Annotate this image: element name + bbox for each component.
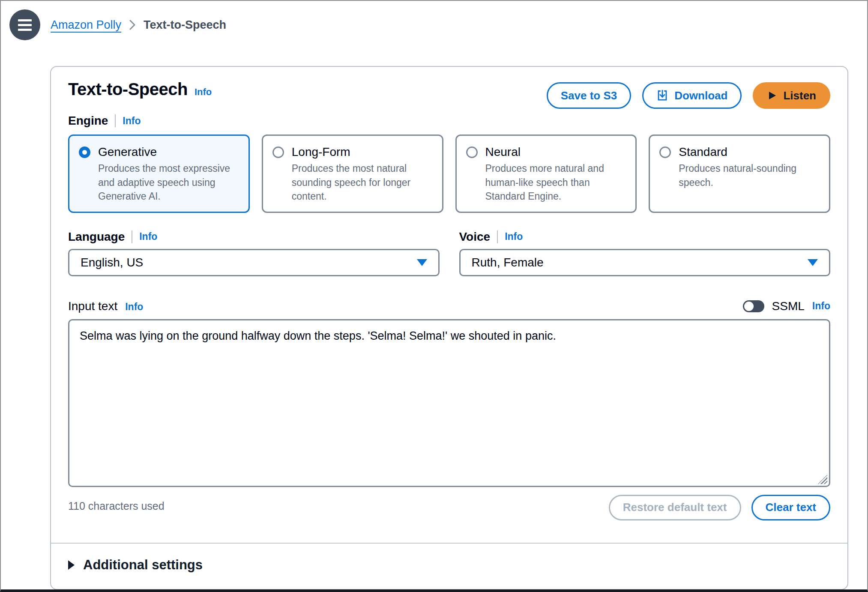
save-to-s3-label: Save to S3 <box>561 89 617 102</box>
radio-unchecked-icon <box>466 147 478 158</box>
voice-select[interactable]: Ruth, Female <box>459 249 831 276</box>
label-divider <box>497 230 498 243</box>
clear-text-label: Clear text <box>766 501 817 514</box>
engine-option-name: Long-Form <box>292 144 433 160</box>
label-divider <box>132 230 132 243</box>
hamburger-icon <box>18 19 32 31</box>
ssml-info-link[interactable]: Info <box>812 300 830 312</box>
engine-option-neural[interactable]: Neural Produces more natural and human-l… <box>455 135 637 213</box>
engine-label-row: Engine Info <box>68 114 830 128</box>
toggle-knob <box>744 302 754 311</box>
action-buttons: Save to S3 Download <box>547 82 830 109</box>
app-window: Amazon Polly Text-to-Speech Text-to-Spee… <box>0 0 868 592</box>
voice-label: Voice <box>459 230 491 244</box>
download-icon <box>656 90 668 102</box>
chevron-down-icon <box>808 259 818 266</box>
additional-settings-toggle[interactable]: Additional settings <box>51 543 847 589</box>
menu-button[interactable] <box>9 9 40 40</box>
input-text-container: Selma was lying on the ground halfway do… <box>68 319 830 487</box>
breadcrumb-link-amazon-polly[interactable]: Amazon Polly <box>51 18 121 32</box>
radio-unchecked-icon <box>272 147 284 158</box>
additional-settings-label: Additional settings <box>83 557 203 573</box>
engine-option-standard[interactable]: Standard Produces natural-sounding speec… <box>649 135 830 213</box>
panel-header: Text-to-Speech Info Save to S3 <box>68 80 830 109</box>
download-label: Download <box>674 89 727 102</box>
page-title: Text-to-Speech <box>68 80 188 99</box>
engine-option-name: Neural <box>485 144 626 160</box>
title-info-link[interactable]: Info <box>195 87 212 98</box>
engine-option-description: Produces the most natural sounding speec… <box>292 161 433 203</box>
text-to-speech-panel: Text-to-Speech Info Save to S3 <box>50 66 848 590</box>
voice-selected-value: Ruth, Female <box>472 256 544 269</box>
engine-option-description: Produces the most expressive and adaptiv… <box>98 161 239 203</box>
chevron-down-icon <box>417 259 427 266</box>
radio-checked-icon <box>79 147 90 158</box>
listen-label: Listen <box>783 89 816 102</box>
engine-option-name: Generative <box>98 144 239 160</box>
input-text-info-link[interactable]: Info <box>125 301 143 313</box>
chevron-right-icon <box>129 19 136 30</box>
top-navigation: Amazon Polly Text-to-Speech <box>1 1 867 42</box>
language-label-row: Language Info <box>68 230 440 244</box>
language-select[interactable]: English, US <box>68 249 440 276</box>
listen-button[interactable]: Listen <box>753 82 830 109</box>
restore-default-text-label: Restore default text <box>623 501 727 514</box>
language-info-link[interactable]: Info <box>139 231 157 242</box>
download-button[interactable]: Download <box>642 82 742 109</box>
play-icon <box>767 90 777 101</box>
engine-option-long-form[interactable]: Long-Form Produces the most natural soun… <box>262 135 443 213</box>
language-voice-row: Language Info English, US Voice Info <box>68 230 830 276</box>
voice-info-link[interactable]: Info <box>505 231 523 242</box>
engine-info-link[interactable]: Info <box>123 115 141 127</box>
engine-label: Engine <box>68 114 108 128</box>
restore-default-text-button[interactable]: Restore default text <box>609 495 741 520</box>
ssml-label: SSML <box>772 299 805 313</box>
caret-right-icon <box>68 560 75 570</box>
engine-options: Generative Produces the most expressive … <box>68 135 830 213</box>
input-text-label: Input text <box>68 299 117 313</box>
input-text-area[interactable]: Selma was lying on the ground halfway do… <box>68 319 830 487</box>
label-divider <box>115 114 116 127</box>
clear-text-button[interactable]: Clear text <box>751 495 831 520</box>
radio-unchecked-icon <box>659 147 671 158</box>
engine-option-generative[interactable]: Generative Produces the most expressive … <box>68 135 250 213</box>
breadcrumb-current: Text-to-Speech <box>144 18 226 32</box>
language-selected-value: English, US <box>81 256 143 269</box>
save-to-s3-button[interactable]: Save to S3 <box>547 82 632 109</box>
engine-option-description: Produces more natural and human-like spe… <box>485 161 626 203</box>
voice-label-row: Voice Info <box>459 230 831 244</box>
breadcrumb: Amazon Polly Text-to-Speech <box>51 18 226 32</box>
character-count: 110 characters used <box>68 495 165 512</box>
language-label: Language <box>68 230 125 244</box>
input-text-label-row: Input text Info SSML Info <box>68 299 830 313</box>
textarea-footer: 110 characters used Restore default text… <box>68 495 830 520</box>
ssml-toggle[interactable] <box>743 300 764 312</box>
engine-option-description: Produces natural-sounding speech. <box>679 161 820 189</box>
engine-option-name: Standard <box>679 144 820 160</box>
